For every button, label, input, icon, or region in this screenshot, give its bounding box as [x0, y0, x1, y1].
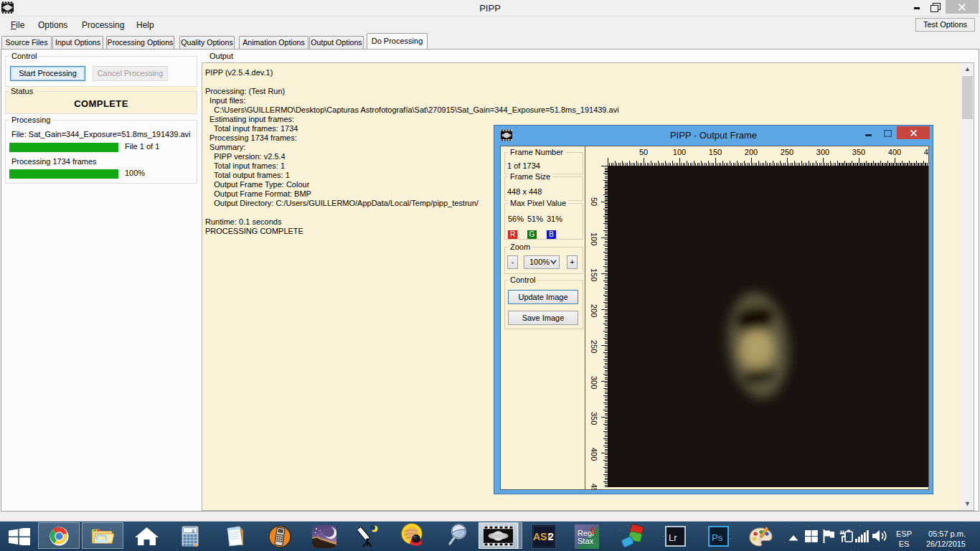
svg-text:0: 0	[192, 529, 194, 534]
svg-text:2: 2	[548, 531, 554, 542]
svg-text:Stax: Stax	[578, 537, 594, 545]
svg-text:Lr: Lr	[669, 532, 677, 543]
svg-text:6: 6	[590, 525, 595, 536]
svg-text:Ps: Ps	[712, 532, 723, 543]
